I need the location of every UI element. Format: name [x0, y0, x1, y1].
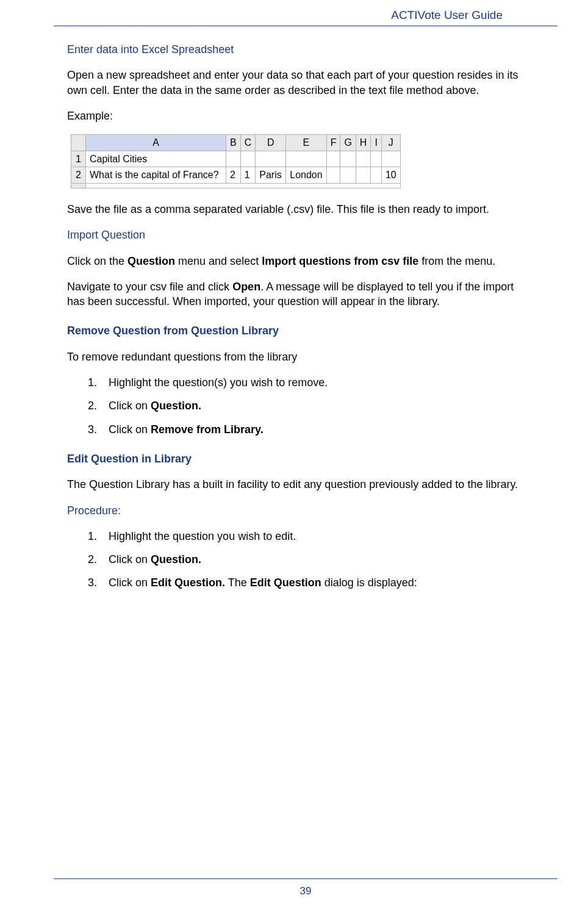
- section-heading-remove: Remove Question from Question Library: [67, 323, 533, 338]
- col-header: I: [371, 135, 381, 151]
- cell: [356, 167, 371, 184]
- col-header: F: [326, 135, 340, 151]
- row-header: 1: [71, 151, 86, 167]
- col-header: A: [86, 135, 226, 151]
- cell: [256, 151, 286, 167]
- col-header: H: [356, 135, 371, 151]
- cell: [286, 151, 326, 167]
- page-number: 39: [300, 885, 312, 897]
- cell: [240, 151, 256, 167]
- list-item: 1. Highlight the question(s) you wish to…: [109, 375, 533, 390]
- col-header: E: [286, 135, 326, 151]
- page-header: ACTIVote User Guide: [54, 0, 558, 26]
- subsection-heading: Procedure:: [67, 503, 533, 518]
- cell: [340, 151, 356, 167]
- body-text: Save the file as a comma separated varia…: [67, 202, 533, 217]
- body-text: To remove redundant questions from the l…: [67, 350, 533, 364]
- cell: [371, 151, 381, 167]
- body-text: Click on the Question menu and select Im…: [67, 254, 533, 268]
- doc-title: ACTIVote User Guide: [391, 9, 503, 21]
- col-header: J: [381, 135, 400, 151]
- section-heading-excel: Enter data into Excel Spreadsheet: [67, 42, 533, 57]
- cell: 10: [381, 167, 400, 184]
- list-item: 2. Click on Question.: [109, 398, 533, 413]
- cell: [226, 151, 241, 167]
- col-header: B: [226, 135, 241, 151]
- example-spreadsheet: A B C D E F G H I J 1 Capital Cities: [71, 134, 401, 189]
- page-footer: 39: [54, 878, 558, 897]
- cell: 1: [240, 167, 256, 184]
- col-header: D: [256, 135, 286, 151]
- list-item: 3. Click on Edit Question. The Edit Ques…: [109, 575, 533, 590]
- body-text: Navigate to your csv file and click Open…: [67, 279, 533, 309]
- list-item: 1. Highlight the question you wish to ed…: [109, 529, 533, 544]
- cell: 2: [226, 167, 241, 184]
- cell: Capital Cities: [86, 151, 226, 167]
- cell-partial: [86, 183, 401, 188]
- cell: Paris: [256, 167, 286, 184]
- body-text: Open a new spreadsheet and enter your da…: [67, 68, 533, 98]
- body-text: The Question Library has a built in faci…: [67, 477, 533, 492]
- row-header: [71, 183, 86, 188]
- page-content: Enter data into Excel Spreadsheet Open a…: [0, 26, 588, 591]
- ordered-list: 1. Highlight the question(s) you wish to…: [67, 375, 533, 437]
- section-heading-import: Import Question: [67, 228, 533, 242]
- cell: [340, 167, 356, 184]
- cell: [381, 151, 400, 167]
- cell: [326, 167, 340, 184]
- list-item: 2. Click on Question.: [109, 552, 533, 567]
- row-header: 2: [71, 167, 86, 184]
- list-item: 3. Click on Remove from Library.: [109, 422, 533, 437]
- ordered-list: 1. Highlight the question you wish to ed…: [67, 529, 533, 591]
- body-text: Example:: [67, 109, 533, 123]
- col-header: C: [240, 135, 256, 151]
- section-heading-edit: Edit Question in Library: [67, 451, 533, 466]
- col-header: G: [340, 135, 356, 151]
- cell: [371, 167, 381, 184]
- sheet-corner: [71, 135, 86, 151]
- cell: London: [286, 167, 326, 184]
- cell: [356, 151, 371, 167]
- document-page: ACTIVote User Guide Enter data into Exce…: [0, 0, 588, 912]
- cell: What is the capital of France?: [86, 167, 226, 184]
- cell: [326, 151, 340, 167]
